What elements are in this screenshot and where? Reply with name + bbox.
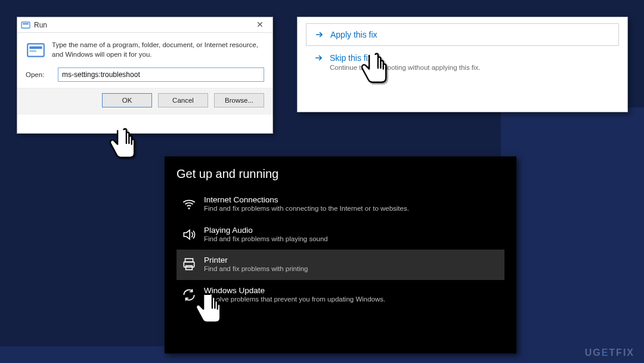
run-title-icon — [21, 20, 30, 30]
wifi-icon — [181, 196, 197, 212]
svg-rect-4 — [29, 50, 36, 52]
apply-fix-option[interactable]: Apply this fix — [306, 23, 619, 46]
run-dialog: Run ✕ Type the name of a program, folder… — [17, 17, 273, 134]
refresh-icon — [181, 287, 197, 303]
skip-fix-option[interactable]: Skip this fix Continue troubleshooting w… — [306, 51, 619, 71]
open-input[interactable] — [58, 67, 264, 82]
run-description: Type the name of a program, folder, docu… — [52, 40, 264, 60]
item-title: Internet Connections — [204, 195, 409, 204]
troubleshoot-item-audio[interactable]: Playing Audio Find and fix problems with… — [177, 220, 504, 250]
watermark: UGETFIX — [585, 347, 634, 358]
svg-rect-6 — [185, 259, 193, 262]
printer-icon — [181, 257, 197, 272]
troubleshoot-heading: Get up and running — [177, 167, 504, 181]
item-sub: Find and fix problems with playing sound — [204, 235, 328, 244]
item-title: Printer — [204, 256, 308, 264]
skip-fix-label: Skip this fix — [330, 53, 372, 63]
cancel-button[interactable]: Cancel — [158, 93, 208, 107]
svg-rect-8 — [186, 266, 193, 270]
open-label: Open: — [26, 71, 52, 78]
ok-button[interactable]: OK — [102, 93, 152, 107]
item-sub: Resolve problems that prevent you from u… — [204, 295, 385, 304]
run-title-text: Run — [34, 21, 47, 29]
run-app-icon — [26, 40, 46, 60]
troubleshoot-settings-panel: Get up and running Internet Connections … — [165, 156, 516, 353]
svg-rect-3 — [29, 47, 42, 49]
close-button[interactable]: ✕ — [251, 20, 269, 30]
troubleshoot-item-windows-update[interactable]: Windows Update Resolve problems that pre… — [177, 280, 504, 310]
item-title: Playing Audio — [204, 226, 328, 235]
svg-rect-0 — [21, 22, 30, 28]
item-title: Windows Update — [204, 286, 385, 295]
skip-fix-sub: Continue troubleshooting without applyin… — [330, 64, 481, 71]
speaker-icon — [181, 227, 197, 242]
browse-button[interactable]: Browse... — [214, 93, 264, 107]
apply-fix-label: Apply this fix — [330, 30, 377, 39]
troubleshoot-item-internet[interactable]: Internet Connections Find and fix proble… — [177, 189, 504, 220]
run-titlebar: Run ✕ — [17, 17, 273, 33]
svg-rect-1 — [23, 23, 29, 24]
item-sub: Find and fix problems with printing — [204, 264, 308, 274]
troubleshoot-item-printer[interactable]: Printer Find and fix problems with print… — [177, 250, 504, 280]
item-sub: Find and fix problems with connecting to… — [204, 204, 409, 214]
troubleshooter-fix-panel: Apply this fix Skip this fix Continue tr… — [297, 17, 628, 112]
svg-point-5 — [188, 208, 190, 210]
arrow-right-icon — [314, 53, 324, 63]
arrow-right-icon — [315, 30, 324, 39]
